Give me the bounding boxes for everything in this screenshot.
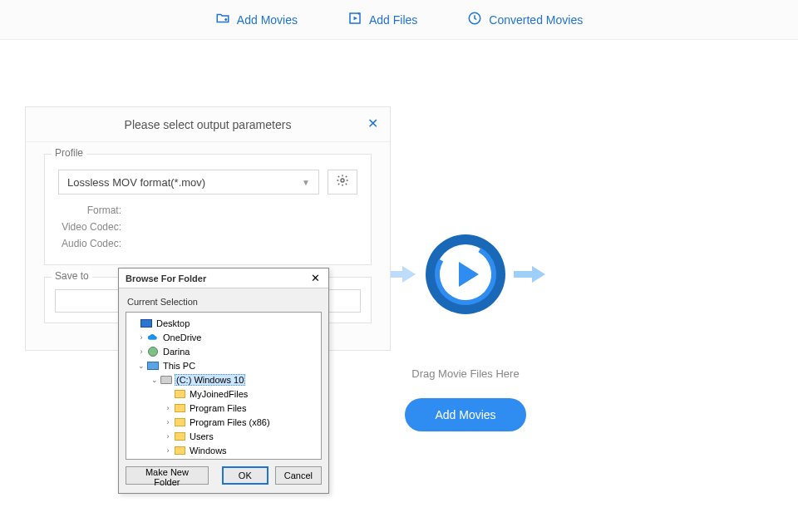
dialog-buttons: Make New Folder OK Cancel	[119, 460, 328, 493]
folder-plus-icon	[215, 11, 230, 28]
video-codec-label: Video Codec:	[58, 221, 121, 233]
tree-node-thispc[interactable]: ⌄ This PC	[128, 358, 319, 372]
tree-node-c-drive[interactable]: ⌄ (C:) Windows 10	[128, 372, 319, 387]
expand-icon[interactable]: ›	[163, 432, 173, 441]
format-label: Format:	[58, 204, 121, 216]
drive-icon	[160, 459, 173, 461]
expand-icon[interactable]: ›	[163, 404, 173, 412]
current-selection-label: Current Selection	[119, 288, 328, 312]
gear-icon	[336, 174, 349, 190]
tree-node-folder[interactable]: MyJoinedFiles	[128, 387, 319, 401]
expand-icon[interactable]: ›	[163, 446, 173, 455]
computer-icon	[146, 360, 160, 372]
close-icon[interactable]: ✕	[364, 114, 382, 134]
arrow-right-icon	[514, 264, 547, 288]
tree-node-folder[interactable]: › Program Files (x86)	[128, 415, 319, 429]
folder-icon	[173, 402, 186, 414]
topbar: Add Movies Add Files Converted Movies	[0, 0, 798, 40]
expand-icon[interactable]: ›	[136, 333, 146, 342]
close-icon[interactable]: ✕	[308, 270, 323, 286]
make-new-folder-button[interactable]: Make New Folder	[126, 466, 209, 485]
cancel-button[interactable]: Cancel	[275, 466, 322, 485]
folder-icon	[173, 416, 186, 428]
dialog-title: Please select output parameters	[125, 118, 292, 131]
folder-icon	[173, 431, 186, 442]
profile-settings-button[interactable]	[328, 170, 357, 195]
play-circle-icon	[424, 233, 507, 319]
user-icon	[146, 346, 160, 357]
saveto-legend: Save to	[52, 270, 92, 282]
folder-tree[interactable]: Desktop › OneDrive › Darina ⌄ This PC ⌄ …	[126, 312, 322, 460]
clock-icon	[467, 11, 482, 28]
tree-node-folder[interactable]: › Program Files	[128, 401, 319, 415]
dialog-title: Browse For Folder	[126, 273, 206, 283]
ok-button[interactable]: OK	[222, 466, 268, 485]
profile-legend: Profile	[52, 147, 86, 159]
topbar-label: Add Movies	[237, 13, 298, 27]
cloud-icon	[146, 332, 160, 343]
dialog-header: Browse For Folder ✕	[119, 268, 328, 288]
folder-icon	[173, 445, 186, 456]
folder-icon	[173, 388, 186, 400]
browse-folder-dialog: Browse For Folder ✕ Current Selection De…	[118, 268, 329, 494]
collapse-icon[interactable]: ⌄	[136, 362, 146, 370]
chevron-down-icon: ▼	[302, 178, 310, 187]
topbar-add-files[interactable]: Add Files	[347, 11, 417, 28]
file-play-icon	[347, 11, 362, 28]
dialog-header: Please select output parameters ✕	[26, 107, 390, 142]
profile-properties: Format: Video Codec: Audio Codec:	[58, 204, 357, 249]
topbar-add-movies[interactable]: Add Movies	[215, 11, 298, 28]
tree-node-onedrive[interactable]: › OneDrive	[128, 330, 319, 344]
drive-icon	[160, 374, 173, 386]
profile-select[interactable]: Lossless MOV format(*.mov) ▼	[58, 170, 319, 195]
topbar-label: Add Files	[369, 13, 417, 27]
audio-codec-label: Audio Codec:	[58, 238, 121, 249]
tree-node-desktop[interactable]: Desktop	[128, 316, 319, 330]
tree-node-folder[interactable]: › Windows	[128, 443, 319, 457]
expand-icon[interactable]: ›	[136, 347, 146, 356]
expand-icon[interactable]: ›	[163, 418, 173, 426]
add-movies-button[interactable]: Add Movies	[405, 398, 525, 431]
tree-node-user[interactable]: › Darina	[128, 344, 319, 358]
dropzone-hint: Drag Movie Files Here	[357, 367, 574, 380]
profile-fieldset: Profile Lossless MOV format(*.mov) ▼ For…	[44, 154, 372, 265]
desktop-icon	[140, 318, 153, 329]
topbar-converted-movies[interactable]: Converted Movies	[467, 11, 583, 28]
tree-node-folder[interactable]: › Users	[128, 429, 319, 443]
profile-value: Lossless MOV format(*.mov)	[67, 176, 205, 189]
collapse-icon[interactable]: ⌄	[150, 376, 160, 384]
topbar-label: Converted Movies	[489, 13, 583, 27]
tree-node-d-drive[interactable]: › (D:) Data	[128, 457, 319, 460]
svg-point-5	[341, 179, 344, 182]
